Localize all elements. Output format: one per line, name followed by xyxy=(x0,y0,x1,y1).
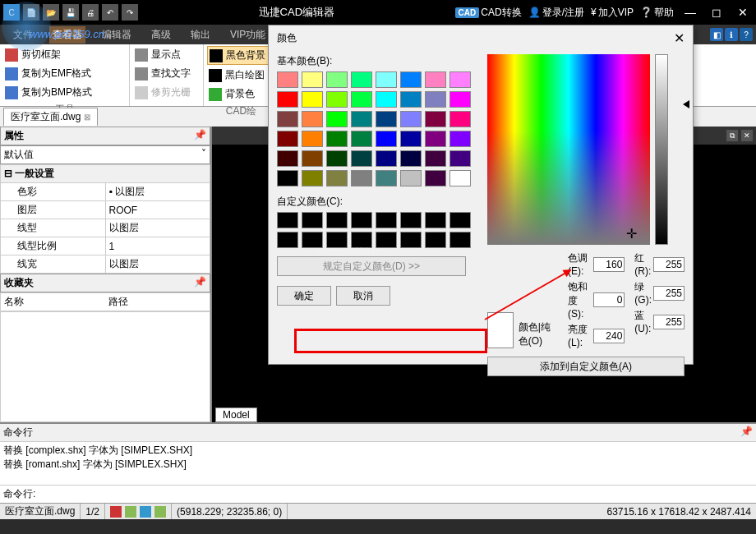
hue-input[interactable] xyxy=(593,257,625,272)
color-swatch[interactable] xyxy=(425,150,446,167)
pin-icon[interactable]: 📌 xyxy=(194,276,206,290)
color-swatch[interactable] xyxy=(376,131,397,147)
color-swatch[interactable] xyxy=(302,91,323,108)
green-input[interactable] xyxy=(653,286,685,301)
luminance-slider[interactable] xyxy=(655,54,668,245)
color-swatch[interactable] xyxy=(302,111,323,127)
color-swatch[interactable] xyxy=(326,150,348,167)
color-swatch[interactable] xyxy=(302,131,323,147)
color-swatch[interactable] xyxy=(449,150,471,167)
custom-color-swatch[interactable] xyxy=(277,212,298,228)
maximize-button[interactable]: ◻ xyxy=(707,4,726,21)
dialog-close-button[interactable]: ✕ xyxy=(674,30,685,46)
osnap-icon[interactable] xyxy=(154,506,166,518)
cancel-button[interactable]: 取消 xyxy=(336,286,390,306)
info-icon[interactable]: ℹ xyxy=(725,28,738,41)
color-swatch[interactable] xyxy=(376,71,397,88)
ribbon-bg-color[interactable]: 背景色 xyxy=(207,85,276,103)
ortho-icon[interactable] xyxy=(140,506,151,518)
pin-icon[interactable]: 📌 xyxy=(740,426,753,440)
color-swatch[interactable] xyxy=(351,71,372,88)
color-swatch[interactable] xyxy=(400,131,422,147)
command-input-row[interactable]: 命令行: xyxy=(0,485,756,503)
help-button[interactable]: ❔ 帮助 xyxy=(640,6,674,20)
selection-dropdown[interactable]: 默认值˅ xyxy=(0,145,210,164)
ribbon-black-bg[interactable]: 黑色背景 xyxy=(207,46,276,65)
document-tab[interactable]: 医疗室立面.dwg ⊠ xyxy=(3,108,98,126)
color-swatch[interactable] xyxy=(351,170,372,186)
color-swatch[interactable] xyxy=(351,131,372,147)
menu-output[interactable]: 输出 xyxy=(187,26,214,44)
color-swatch[interactable] xyxy=(449,111,471,127)
login-button[interactable]: 👤 登录/注册 xyxy=(528,6,584,20)
minimize-button[interactable]: — xyxy=(680,4,700,21)
undo-icon[interactable]: ↶ xyxy=(102,4,118,21)
define-custom-button[interactable]: 规定自定义颜色(D) >> xyxy=(277,256,466,276)
custom-color-swatch[interactable] xyxy=(400,212,422,228)
blue-input[interactable] xyxy=(653,315,685,329)
color-swatch[interactable] xyxy=(326,111,348,127)
color-swatch[interactable] xyxy=(449,131,471,147)
color-swatch[interactable] xyxy=(277,150,298,167)
color-swatch[interactable] xyxy=(400,170,422,186)
custom-color-swatch[interactable] xyxy=(425,212,446,228)
color-swatch[interactable] xyxy=(326,71,348,88)
color-swatch[interactable] xyxy=(351,150,372,167)
color-swatch[interactable] xyxy=(277,111,298,127)
color-swatch[interactable] xyxy=(425,170,446,186)
color-swatch[interactable] xyxy=(425,131,446,147)
color-swatch[interactable] xyxy=(277,91,298,108)
color-swatch[interactable] xyxy=(326,170,348,186)
ribbon-bw-draw[interactable]: 黑白绘图 xyxy=(207,67,276,84)
color-swatch[interactable] xyxy=(425,71,446,88)
col-name[interactable]: 名称 xyxy=(1,293,105,311)
ribbon-show-point[interactable]: 显示点 xyxy=(133,46,202,63)
style-icon[interactable]: ◧ xyxy=(710,28,723,41)
prop-category[interactable]: ⊟ 一般设置 xyxy=(1,165,210,183)
ribbon-trim-raster[interactable]: 修剪光栅 xyxy=(133,84,202,101)
color-swatch[interactable] xyxy=(400,111,422,127)
lum-input[interactable] xyxy=(593,329,625,343)
menu-advanced[interactable]: 高级 xyxy=(148,26,174,44)
model-tab[interactable]: Model xyxy=(215,407,257,422)
menu-vip[interactable]: VIP功能 xyxy=(227,26,269,44)
save-icon[interactable]: 💾 xyxy=(62,4,79,21)
add-custom-button[interactable]: 添加到自定义颜色(A) xyxy=(487,357,685,376)
color-spectrum[interactable]: ✛ xyxy=(487,54,650,245)
color-swatch[interactable] xyxy=(277,71,298,88)
custom-color-swatch[interactable] xyxy=(449,212,471,228)
color-swatch[interactable] xyxy=(425,91,446,108)
ok-button[interactable]: 确定 xyxy=(277,286,331,306)
color-swatch[interactable] xyxy=(449,71,471,88)
color-swatch[interactable] xyxy=(400,91,422,108)
custom-color-swatch[interactable] xyxy=(302,212,323,228)
close-button[interactable]: ✕ xyxy=(733,4,753,21)
color-swatch[interactable] xyxy=(326,131,348,147)
red-input[interactable] xyxy=(653,257,685,272)
col-path[interactable]: 路径 xyxy=(105,293,210,311)
color-swatch[interactable] xyxy=(376,111,397,127)
color-swatch[interactable] xyxy=(449,170,471,186)
color-swatch[interactable] xyxy=(376,150,397,167)
color-swatch[interactable] xyxy=(302,71,323,88)
grid-icon[interactable] xyxy=(125,506,136,518)
color-swatch[interactable] xyxy=(400,71,422,88)
custom-color-swatch[interactable] xyxy=(326,212,348,228)
snap-icon[interactable] xyxy=(110,506,122,518)
cad-convert-button[interactable]: CAD CAD转换 xyxy=(455,6,522,20)
color-swatch[interactable] xyxy=(425,111,446,127)
view-restore-icon[interactable]: ⧉ xyxy=(726,130,738,141)
ribbon-find-text[interactable]: 查找文字 xyxy=(133,65,202,82)
vip-button[interactable]: ¥ 加入VIP xyxy=(591,6,634,20)
color-swatch[interactable] xyxy=(449,91,471,108)
tab-close-icon[interactable]: ⊠ xyxy=(84,113,90,122)
custom-color-swatch[interactable] xyxy=(351,212,372,228)
color-swatch[interactable] xyxy=(302,170,323,186)
color-swatch[interactable] xyxy=(302,150,323,167)
color-swatch[interactable] xyxy=(376,91,397,108)
help-icon[interactable]: ? xyxy=(740,28,753,41)
custom-color-swatch[interactable] xyxy=(277,232,298,248)
ribbon-copy-bmp[interactable]: 复制为BMP格式 xyxy=(3,84,118,101)
custom-color-swatch[interactable] xyxy=(425,232,446,248)
color-swatch[interactable] xyxy=(351,91,372,108)
